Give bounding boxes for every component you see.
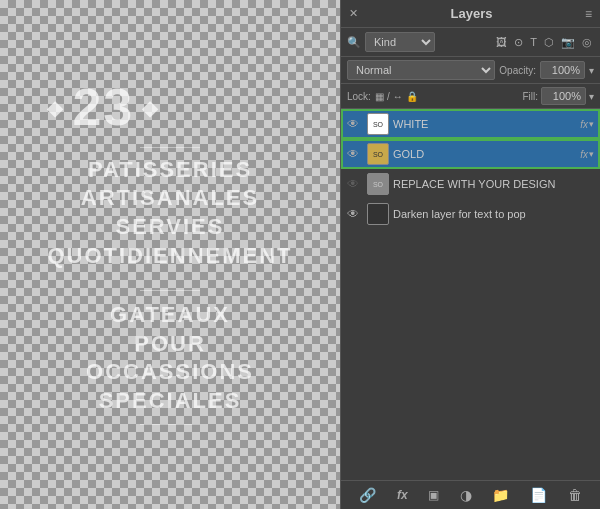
fill-dropdown-icon[interactable]: ▾ (589, 91, 594, 102)
layer-name-gold: GOLD (393, 148, 576, 160)
layer-thumb-darken-wrapper (367, 203, 389, 225)
fill-section: Fill: ▾ (522, 87, 594, 105)
layer-thumb-gold-wrapper: SO (367, 143, 389, 165)
add-fx-button[interactable]: fx (393, 486, 412, 504)
lock-icons-group: ▦ / ↔ 🔒 (375, 91, 418, 102)
fill-input[interactable] (541, 87, 586, 105)
search-icon: 🔍 (347, 36, 361, 49)
divider-2 (140, 290, 200, 291)
number-display: ◆ 23 ◆ (47, 76, 292, 138)
layers-panel: ✕ Layers ≡ 🔍 Kind 🖼 ⊙ T ⬡ 📷 ◎ Normal Mul… (340, 0, 600, 509)
layer-item-gold[interactable]: 👁 SO GOLD fx ▾ (341, 139, 600, 169)
panel-close-icon[interactable]: ✕ (349, 7, 358, 20)
lock-label: Lock: (347, 91, 371, 102)
layer-thumb-white-wrapper: SO (367, 113, 389, 135)
lock-draw-icon[interactable]: / (387, 91, 390, 102)
filter-toggle-icon[interactable]: ◎ (580, 35, 594, 50)
opacity-dropdown-icon[interactable]: ▾ (589, 65, 594, 76)
text-block-2: GATEAUXPOUROCCASSIONSSPECIALES (47, 301, 292, 415)
layer-item-replace[interactable]: 👁 SO REPLACE WITH YOUR DESIGN (341, 169, 600, 199)
panel-toolbar: 🔗 fx ▣ ◑ 📁 📄 🗑 (341, 480, 600, 509)
link-layers-button[interactable]: 🔗 (355, 485, 380, 505)
filter-adjust-icon[interactable]: ⊙ (512, 35, 525, 50)
kind-filter-select[interactable]: Kind (365, 32, 435, 52)
diamond-right-icon: ◆ (142, 96, 159, 120)
filter-row: 🔍 Kind 🖼 ⊙ T ⬡ 📷 ◎ (341, 28, 600, 57)
filter-smart-icon[interactable]: 📷 (559, 35, 577, 50)
text-block-1: PATISSERIESARTISANALESSERVIESQUOTIDIENNE… (47, 156, 292, 270)
lock-row: Lock: ▦ / ↔ 🔒 Fill: ▾ (341, 84, 600, 109)
layer-eye-white[interactable]: 👁 (347, 117, 363, 131)
layer-item-darken[interactable]: 👁 Darken layer for text to pop (341, 199, 600, 229)
lock-move-icon[interactable]: ↔ (393, 91, 403, 102)
diamond-left-icon: ◆ (47, 96, 64, 120)
canvas-content: ◆ 23 ◆ PATISSERIESARTISANALESSERVIESQUOT… (0, 0, 340, 509)
canvas-text: ◆ 23 ◆ PATISSERIESARTISANALESSERVIESQUOT… (47, 76, 292, 432)
filter-pixel-icon[interactable]: 🖼 (494, 35, 509, 50)
canvas-area: ◆ 23 ◆ PATISSERIESARTISANALESSERVIESQUOT… (0, 0, 340, 509)
layer-thumb-replace-wrapper: SO (367, 173, 389, 195)
layer-name-replace: REPLACE WITH YOUR DESIGN (393, 178, 594, 190)
panel-menu-icon[interactable]: ≡ (585, 7, 592, 21)
new-group-button[interactable]: 📁 (488, 485, 513, 505)
layer-fx-gold[interactable]: fx ▾ (580, 149, 594, 160)
filter-text-icon[interactable]: T (528, 35, 539, 50)
opacity-label: Opacity: (499, 65, 536, 76)
layer-fx-white[interactable]: fx ▾ (580, 119, 594, 130)
lock-all-icon[interactable]: 🔒 (406, 91, 418, 102)
blend-mode-row: Normal Multiply Screen Overlay Opacity: … (341, 57, 600, 84)
fill-label: Fill: (522, 91, 538, 102)
layer-thumbnail-replace: SO (367, 173, 389, 195)
layer-name-darken: Darken layer for text to pop (393, 208, 594, 220)
layers-list: 👁 SO WHITE fx ▾ 👁 SO GOLD fx (341, 109, 600, 480)
blend-mode-select[interactable]: Normal Multiply Screen Overlay (347, 60, 495, 80)
divider-3 (140, 424, 200, 425)
new-fill-button[interactable]: ◑ (456, 485, 476, 505)
layer-thumbnail-gold: SO (367, 143, 389, 165)
divider-1 (140, 147, 200, 148)
panel-header: ✕ Layers ≡ (341, 0, 600, 28)
add-mask-button[interactable]: ▣ (424, 486, 443, 504)
layer-eye-gold[interactable]: 👁 (347, 147, 363, 161)
layer-eye-darken[interactable]: 👁 (347, 207, 363, 221)
panel-title: Layers (451, 6, 493, 21)
delete-layer-button[interactable]: 🗑 (564, 485, 586, 505)
layer-eye-replace[interactable]: 👁 (347, 177, 363, 191)
lock-pixels-icon[interactable]: ▦ (375, 91, 384, 102)
filter-shape-icon[interactable]: ⬡ (542, 35, 556, 50)
layer-name-white: WHITE (393, 118, 576, 130)
layer-thumbnail-darken (367, 203, 389, 225)
new-layer-button[interactable]: 📄 (526, 485, 551, 505)
layer-thumbnail-white: SO (367, 113, 389, 135)
main-number: 23 (72, 76, 134, 138)
filter-icons-group: 🖼 ⊙ T ⬡ 📷 ◎ (494, 35, 594, 50)
layer-item-white[interactable]: 👁 SO WHITE fx ▾ (341, 109, 600, 139)
opacity-input[interactable] (540, 61, 585, 79)
